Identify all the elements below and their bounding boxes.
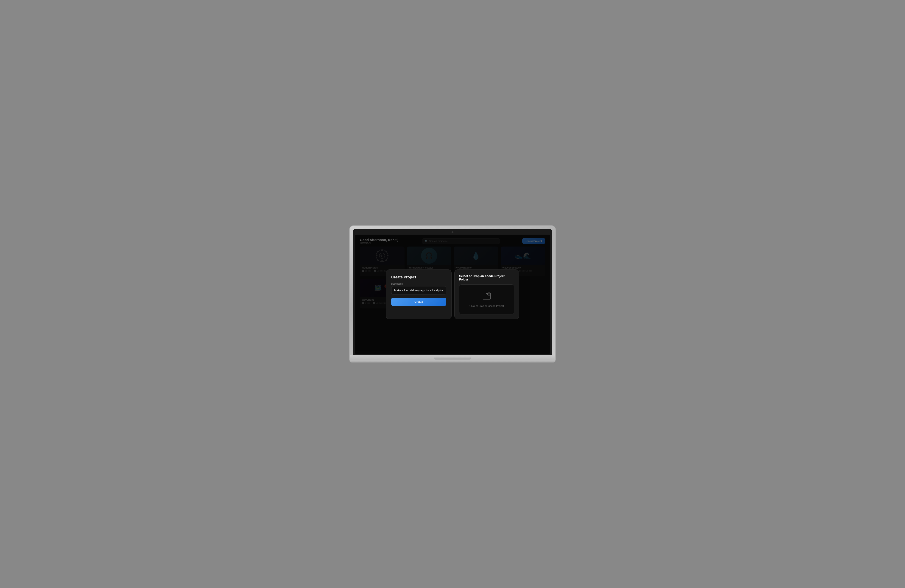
create-button-label: Create: [414, 300, 423, 303]
xcode-drop-modal: Select or Drop an Xcode Project Folder: [454, 269, 519, 319]
laptop-foot: [349, 360, 556, 363]
app-container: Good Afternoon, Kshitij! Morphic AI 🔍 + …: [355, 235, 550, 354]
modal-overlay: Create Project Description Create: [355, 235, 550, 354]
description-label: Description: [391, 282, 446, 285]
xcode-modal-title: Select or Drop an Xcode Project Folder: [459, 274, 514, 281]
create-modal-title: Create Project: [391, 275, 446, 279]
description-form-group: Description: [391, 282, 446, 298]
drop-zone-text: Click or Drop an Xcode Project: [470, 304, 504, 307]
folder-plus-icon: [482, 292, 491, 302]
camera: [452, 231, 453, 233]
create-project-modal: Create Project Description Create: [386, 269, 452, 319]
laptop-base: [349, 355, 556, 360]
description-input[interactable]: [391, 286, 446, 295]
modal-container: Create Project Description Create: [386, 269, 519, 319]
xcode-drop-zone[interactable]: Click or Drop an Xcode Project: [459, 284, 514, 314]
screen: Good Afternoon, Kshitij! Morphic AI 🔍 + …: [355, 235, 550, 354]
create-button[interactable]: Create: [391, 298, 446, 306]
